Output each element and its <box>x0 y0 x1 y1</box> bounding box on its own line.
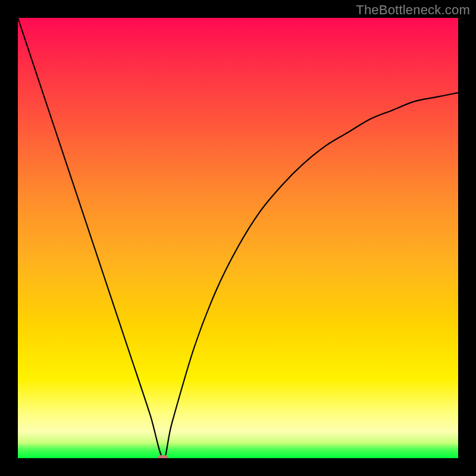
plot-area <box>18 18 458 458</box>
chart-frame: TheBottleneck.com <box>0 0 476 476</box>
minimum-marker <box>158 455 168 458</box>
watermark-text: TheBottleneck.com <box>356 2 470 18</box>
bottleneck-curve <box>18 18 458 458</box>
